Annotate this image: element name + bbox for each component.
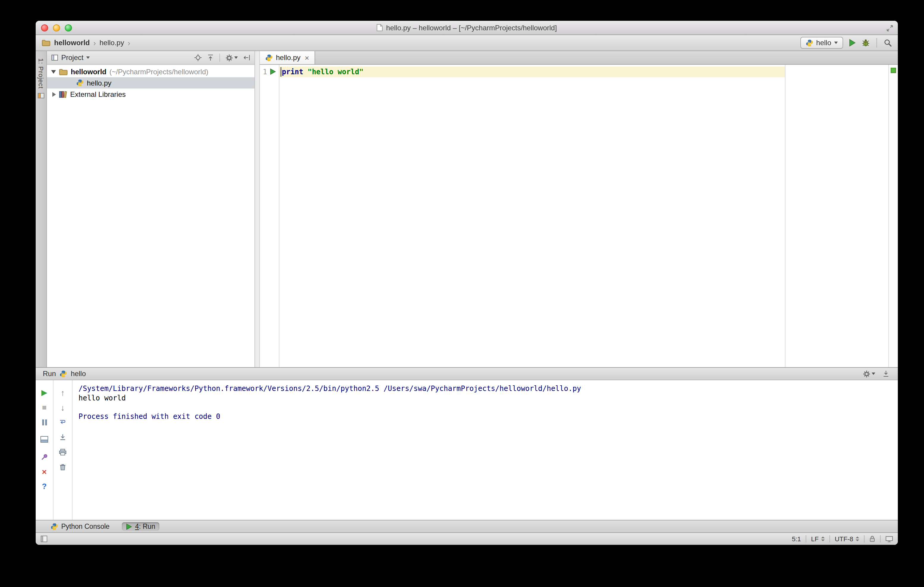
panel-splitter[interactable] <box>255 51 260 367</box>
tree-item-label: External Libraries <box>70 90 126 98</box>
chevron-right-icon: › <box>93 39 96 47</box>
print-button[interactable] <box>53 444 72 459</box>
pause-output-button[interactable] <box>36 415 53 429</box>
settings-menu[interactable] <box>225 54 238 61</box>
project-view-selector[interactable]: Project <box>61 53 84 62</box>
title-bar[interactable]: hello.py – helloworld – [~/PycharmProjec… <box>36 21 898 35</box>
collapse-all-icon[interactable] <box>207 54 214 61</box>
search-icon[interactable] <box>884 39 892 47</box>
rerun-button[interactable]: ▶ <box>36 385 53 400</box>
breadcrumb-item-helloworld[interactable]: helloworld <box>54 39 90 47</box>
tab-label: hello.py <box>276 53 300 62</box>
chevron-right-icon[interactable] <box>52 92 56 97</box>
editor-body: 1 print "hello world" <box>260 65 898 367</box>
run-configuration-select[interactable]: hello <box>800 37 843 49</box>
encoding-widget[interactable]: UTF-8 <box>835 535 859 543</box>
hide-panel-icon[interactable] <box>883 370 889 377</box>
play-icon <box>126 523 132 529</box>
python-icon <box>51 523 58 530</box>
code-keyword: print <box>282 68 303 76</box>
run-line-marker-icon[interactable] <box>270 68 276 75</box>
traffic-lights <box>41 25 72 31</box>
document-icon <box>377 24 383 31</box>
zoom-window-button[interactable] <box>65 25 72 31</box>
toolbar-divider <box>219 53 220 62</box>
pin-icon <box>41 453 48 460</box>
close-window-button[interactable] <box>41 25 48 31</box>
minimize-window-button[interactable] <box>53 25 60 31</box>
inspection-ok-indicator[interactable] <box>891 68 896 73</box>
soft-wrap-button[interactable] <box>53 415 72 429</box>
inspection-marker-bar[interactable] <box>888 65 898 367</box>
scroll-to-end-button[interactable] <box>53 429 72 444</box>
console-output[interactable]: /System/Library/Frameworks/Python.framew… <box>73 380 898 520</box>
python-console-label: Python Console <box>61 523 109 530</box>
tree-row-hello-py[interactable]: hello.py <box>47 77 254 89</box>
chevron-down-icon <box>234 56 238 59</box>
tree-row-external-libraries[interactable]: External Libraries <box>47 89 254 100</box>
tree-row-helloworld[interactable]: helloworld (~/PycharmProjects/helloworld… <box>47 66 254 77</box>
code-string: "hello world" <box>308 68 364 76</box>
run-header-actions <box>863 370 891 378</box>
down-stack-trace-button[interactable]: ↓ <box>53 400 72 415</box>
run-panel-title: Run <box>43 370 56 378</box>
monitor-icon[interactable] <box>885 536 893 542</box>
status-divider <box>880 535 881 543</box>
python-console-button[interactable]: Python Console <box>46 522 114 531</box>
python-icon <box>59 370 67 378</box>
run-config-name: hello <box>71 370 86 378</box>
editor-gutter: 1 <box>260 65 279 367</box>
tool-window-bar: Python Console 4: Run <box>36 520 898 532</box>
help-button[interactable]: ? <box>36 479 53 494</box>
editor-tab-bar: hello.py × <box>260 51 898 65</box>
lock-icon[interactable] <box>869 535 875 543</box>
hide-panel-icon[interactable] <box>243 54 250 61</box>
project-view-icon <box>51 54 58 61</box>
gear-icon <box>225 54 233 61</box>
code-editor[interactable]: print "hello world" <box>279 65 888 367</box>
tree-item-label: helloworld <box>71 67 106 76</box>
chevron-down-icon <box>872 373 875 375</box>
run-tool-window-button[interactable]: 4: Run <box>122 522 159 531</box>
breadcrumb-item-hello-py[interactable]: hello.py <box>100 39 124 47</box>
tree-item-label: hello.py <box>87 79 112 87</box>
close-tab-icon[interactable]: × <box>305 54 309 61</box>
toolwindow-toggle-icon[interactable] <box>40 535 48 543</box>
project-panel-toolbar <box>195 53 250 62</box>
chevron-down-icon[interactable] <box>51 70 56 73</box>
locate-file-icon[interactable] <box>195 54 201 61</box>
soft-wrap-icon <box>59 419 67 426</box>
toolbar-divider <box>876 38 877 48</box>
stop-button[interactable]: ■ <box>36 400 53 415</box>
left-tool-strip: 1: Project <box>36 51 47 367</box>
run-settings-menu[interactable] <box>863 370 875 378</box>
project-tool-window-icon <box>38 92 45 100</box>
fullscreen-icon[interactable] <box>886 25 894 32</box>
caret-position-widget[interactable]: 5:1 <box>792 535 801 543</box>
scroll-to-end-icon <box>59 433 66 441</box>
navbar-actions: hello <box>800 37 892 49</box>
console-line <box>79 403 892 412</box>
desktop-background: hello.py – helloworld – [~/PycharmProjec… <box>0 0 924 587</box>
window-title-text: hello.py – helloworld – [~/PycharmProjec… <box>386 23 557 32</box>
line-separator-widget[interactable]: LF <box>811 535 825 543</box>
console-line: hello world <box>79 394 892 403</box>
run-button[interactable] <box>848 39 856 47</box>
tool-window-button-project[interactable]: 1: Project <box>38 58 45 89</box>
up-stack-trace-button[interactable]: ↑ <box>53 385 72 400</box>
run-toolbar-main: ▶ ■ × ? <box>36 380 53 520</box>
python-file-icon <box>265 54 273 61</box>
editor-area: hello.py × 1 print "hello world" <box>260 51 898 367</box>
project-tree: helloworld (~/PycharmProjects/helloworld… <box>47 65 254 367</box>
right-margin-guide <box>785 65 785 367</box>
tab-hello-py[interactable]: hello.py × <box>260 51 315 64</box>
restore-layout-button[interactable] <box>36 432 53 447</box>
pause-icon <box>41 419 47 426</box>
breadcrumb: helloworld › hello.py › <box>41 39 130 47</box>
clear-console-button[interactable] <box>53 459 72 474</box>
text-cursor <box>280 67 281 77</box>
close-panel-button[interactable]: × <box>36 464 53 479</box>
pin-tab-button[interactable] <box>36 449 53 464</box>
project-panel: Project helloworld (~/Pych <box>47 51 255 367</box>
debug-button[interactable] <box>861 39 870 47</box>
